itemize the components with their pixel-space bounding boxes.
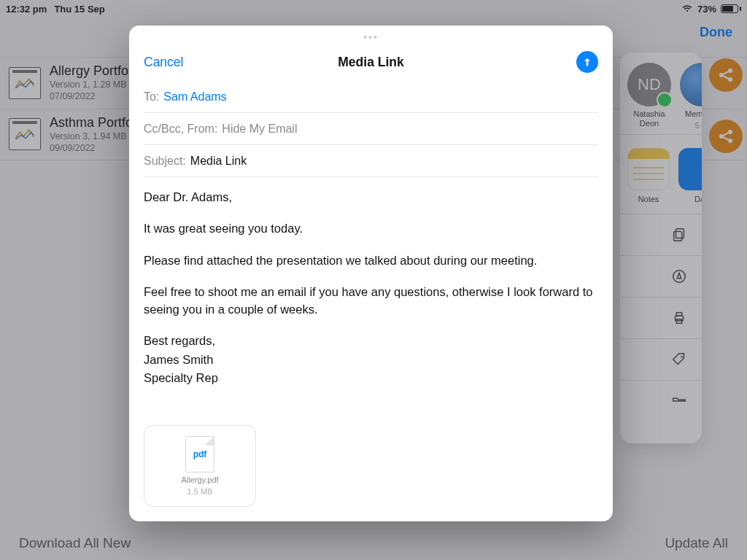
subject-value[interactable]: Media Link [190,155,247,168]
to-recipient[interactable]: Sam Adams [163,90,226,104]
body-line: Feel free to shoot me an email if you ha… [144,284,598,318]
sheet-grabber-icon[interactable]: ••• [363,31,379,43]
to-label: To: [144,90,159,104]
attachment-name: Allergy.pdf [181,475,218,484]
body-line: Dear Dr. Adams, [144,189,598,206]
body-line: Please find attached the presentation we… [144,252,598,269]
subject-field[interactable]: Subject: Media Link [144,145,598,177]
body-line: It was great seeing you today. [144,220,598,237]
mail-compose-modal: ••• Cancel Media Link To: Sam Adams Cc/B… [129,26,613,521]
attachment-ext: pdf [193,449,207,459]
subject-label: Subject: [144,155,186,168]
body-line: James Smith [144,351,598,368]
message-body[interactable]: Dear Dr. Adams, It was great seeing you … [129,177,613,419]
ccbcc-label: Cc/Bcc, From: [144,122,217,136]
from-value: Hide My Email [222,122,297,136]
body-line: Specialty Rep [144,370,598,386]
modal-title: Media Link [338,55,403,70]
attachment-size: 1.5 MB [187,487,213,496]
arrow-up-icon [581,56,593,68]
cancel-button[interactable]: Cancel [144,55,183,70]
ccbcc-from-field[interactable]: Cc/Bcc, From: Hide My Email [144,113,598,145]
pdf-file-icon: pdf [185,436,214,472]
attachment[interactable]: pdf Allergy.pdf 1.5 MB [144,425,256,507]
send-button[interactable] [576,51,598,73]
body-line: Best regards, [144,332,598,349]
to-field[interactable]: To: Sam Adams [144,81,598,113]
